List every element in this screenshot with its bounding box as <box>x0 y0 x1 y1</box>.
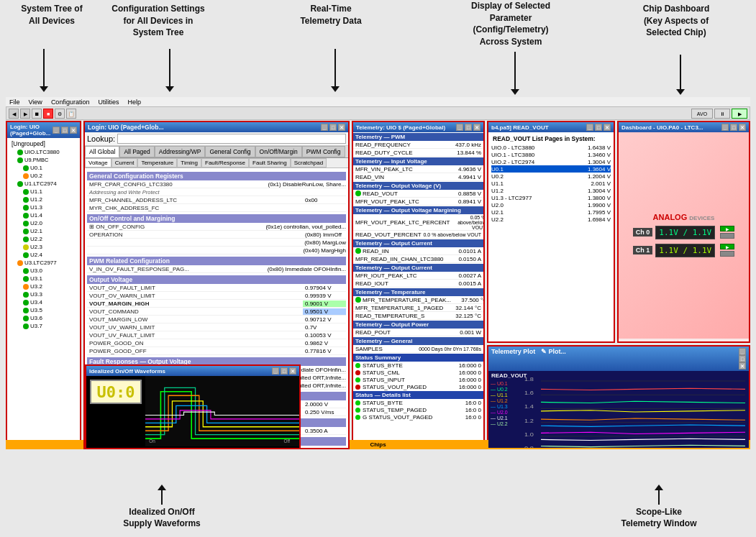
config-row-vout-cmd[interactable]: VOUT_COMMAND0.9501 V <box>87 308 346 316</box>
read-vout-row[interactable]: UIO.0 - LTC38801.6438 V <box>491 144 611 151</box>
telem-minimize-btn[interactable]: _ <box>456 124 463 131</box>
config-row[interactable]: V_IN_OV_FAULT_RESPONSE_PAG...(0x80) Imme… <box>87 265 346 273</box>
tree-item[interactable]: U2.2 <box>9 235 78 243</box>
read-vout-row[interactable]: U0.21.2004 V <box>491 173 611 180</box>
tree-item[interactable]: [Ungrouped] <box>9 139 78 148</box>
tree-item[interactable]: U2.1 <box>9 227 78 235</box>
config-row[interactable]: VOUT_MARGIN_LOW0.90712 V <box>87 316 346 323</box>
toolbar-right-3[interactable]: ▶ <box>732 109 747 119</box>
tree-item[interactable]: U1.1 <box>9 188 78 196</box>
menu-file[interactable]: File <box>9 98 20 106</box>
chip-maximize-btn[interactable]: □ <box>730 124 737 131</box>
waveform-maximize-btn[interactable]: □ <box>281 367 288 375</box>
config-row[interactable]: POWER_GOOD_OFF0.77816 V <box>87 347 346 355</box>
tree-item[interactable]: U9.PMBC <box>9 156 78 164</box>
display-close-btn[interactable]: ✕ <box>604 124 611 131</box>
config-subtab-timing[interactable]: Timing <box>177 158 201 167</box>
tree-item[interactable]: U3.4 <box>9 298 78 306</box>
config-row[interactable]: VOUT_OV_FAULT_LIMIT0.97904 V <box>87 284 346 292</box>
toolbar-btn-5[interactable]: ⚙ <box>55 109 65 119</box>
config-row[interactable]: VOUT_OV_WARN_LIMIT0.99939 V <box>87 292 346 300</box>
menu-view[interactable]: View <box>29 98 42 106</box>
chip-minimize-btn[interactable]: _ <box>721 124 729 131</box>
display-minimize-btn[interactable]: _ <box>586 124 593 131</box>
toolbar-right-2[interactable]: ⏸ <box>714 109 730 119</box>
tree-item[interactable]: U0.2 <box>9 172 78 180</box>
chips-button[interactable]: Chips <box>6 440 81 449</box>
read-vout-row[interactable]: U2.01.9900 V <box>491 201 611 208</box>
tree-item[interactable]: U3.3 <box>9 290 78 298</box>
config-subtab-faultsharing[interactable]: Fault Sharing <box>249 158 291 167</box>
tree-item[interactable]: UIO.LTC3880 <box>9 148 78 156</box>
tree-item[interactable]: U1.3 <box>9 203 78 211</box>
waveform-minimize-btn[interactable]: _ <box>272 367 279 375</box>
config-close-btn[interactable]: ✕ <box>338 124 345 131</box>
tree-item[interactable]: U2.3 <box>9 243 78 251</box>
config-row[interactable]: OPERATION(0x80) ImmOff <box>87 231 346 239</box>
read-vout-row[interactable]: UIO.1 - LTC38801.3460 V <box>491 151 611 158</box>
config-maximize-btn[interactable]: □ <box>329 124 337 131</box>
config-row[interactable]: MFR_CHANNEL_ADDRESS_LTC0x00 <box>87 196 346 204</box>
plot-maximize-btn[interactable]: □ <box>739 355 746 362</box>
menu-configuration[interactable]: Configuration <box>51 98 90 106</box>
plot-close-btn[interactable]: ✕ <box>739 362 746 370</box>
tree-item[interactable]: U3.LTC2977 <box>9 259 78 267</box>
tree-item[interactable]: U3.6 <box>9 314 78 322</box>
plot-minimize-btn[interactable]: _ <box>739 348 746 355</box>
tree-item[interactable]: U2.0 <box>9 219 78 227</box>
config-row[interactable]: ⊞ ON_OFF_CONFIG(0x1e) controllan, vout_p… <box>87 223 346 231</box>
config-row[interactable]: (0x40) MargHigh <box>87 247 346 254</box>
config-subtab-scratchpad[interactable]: Scratchpad <box>291 158 327 167</box>
telem-maximize-btn[interactable]: □ <box>465 124 472 131</box>
menu-help[interactable]: Help <box>127 98 141 106</box>
read-vout-row[interactable]: U2.21.6984 V <box>491 216 611 223</box>
read-vout-row-selected[interactable]: U0.11.3604 V <box>491 165 611 173</box>
toolbar-btn-2[interactable]: ▶ <box>20 109 30 119</box>
tree-item[interactable]: U3.1 <box>9 275 78 283</box>
config-tab-addressing[interactable]: Addressing/WP <box>155 146 206 157</box>
tree-item[interactable]: U3.2 <box>9 283 78 290</box>
tree-item[interactable]: U1.4 <box>9 211 78 219</box>
tree-maximize-btn[interactable]: □ <box>61 127 68 134</box>
config-row-margin-high[interactable]: VOUT_MARGIN_HIGH0.9001 V <box>87 300 346 308</box>
config-row[interactable]: MYR_CHK_ADDRESS_FC <box>87 204 346 212</box>
tree-close-btn[interactable]: ✕ <box>70 127 77 134</box>
toolbar-btn-4[interactable]: ■ <box>43 109 53 119</box>
config-subtab-current[interactable]: Current <box>111 158 138 167</box>
telem-close-btn[interactable]: ✕ <box>473 124 481 131</box>
config-row[interactable]: MFR_CPAR_CONFIG_LTC3380(0x1) DisableRunL… <box>87 180 346 188</box>
tree-item[interactable]: U3.0 <box>9 267 78 275</box>
config-subtab-fault[interactable]: Fault/Response <box>201 158 249 167</box>
config-subtab-temperature[interactable]: Temperature <box>137 158 177 167</box>
tree-item[interactable]: U2.4 <box>9 251 78 259</box>
config-subtab-voltage[interactable]: Voltage <box>85 158 111 167</box>
config-tab-allpaged[interactable]: All Paged <box>119 146 154 157</box>
config-row[interactable]: VOUT_UV_WARN_LIMIT0.7V <box>87 323 346 331</box>
lookup-input[interactable] <box>117 134 346 144</box>
config-row[interactable]: (0x80) MargLow <box>87 239 346 247</box>
display-maximize-btn[interactable]: □ <box>595 124 602 131</box>
config-tab-allglobal[interactable]: All Global <box>85 146 119 157</box>
read-vout-row[interactable]: U1.21.3004 V <box>491 187 611 194</box>
read-vout-row[interactable]: U1.12.001 V <box>491 180 611 187</box>
tree-item[interactable]: U3.7 <box>9 322 78 330</box>
config-minimize-btn[interactable]: _ <box>321 124 328 131</box>
config-tab-onoff[interactable]: On/Off/Margin <box>255 146 302 157</box>
tree-minimize-btn[interactable]: _ <box>53 127 60 134</box>
config-tab-general[interactable]: General Config <box>205 146 255 157</box>
tree-item[interactable]: U0.1 <box>9 164 78 172</box>
read-vout-row[interactable]: UIO.2 - LTC29741.3004 V <box>491 158 611 165</box>
toolbar-btn-1[interactable]: ◀ <box>9 109 19 119</box>
tree-item[interactable]: U1.2 <box>9 196 78 203</box>
read-vout-row[interactable]: U2.11.7995 V <box>491 208 611 216</box>
config-row[interactable]: POWER_GOOD_ON0.9862 V <box>87 339 346 347</box>
chip-close-btn[interactable]: ✕ <box>739 124 746 131</box>
config-row[interactable]: VOUT_UV_FAULT_LIMIT0.10053 V <box>87 331 346 339</box>
tree-item[interactable]: U1.LTC2974 <box>9 180 78 188</box>
config-tab-pwm[interactable]: PWM Config <box>302 146 345 157</box>
waveform-close-btn[interactable]: ✕ <box>289 367 296 375</box>
tree-item[interactable]: U3.5 <box>9 306 78 314</box>
read-vout-row[interactable]: U1.3 - LTC29771.3800 V <box>491 194 611 201</box>
toolbar-right-1[interactable]: AVO <box>691 109 713 119</box>
toolbar-btn-6[interactable]: 📋 <box>66 109 76 119</box>
